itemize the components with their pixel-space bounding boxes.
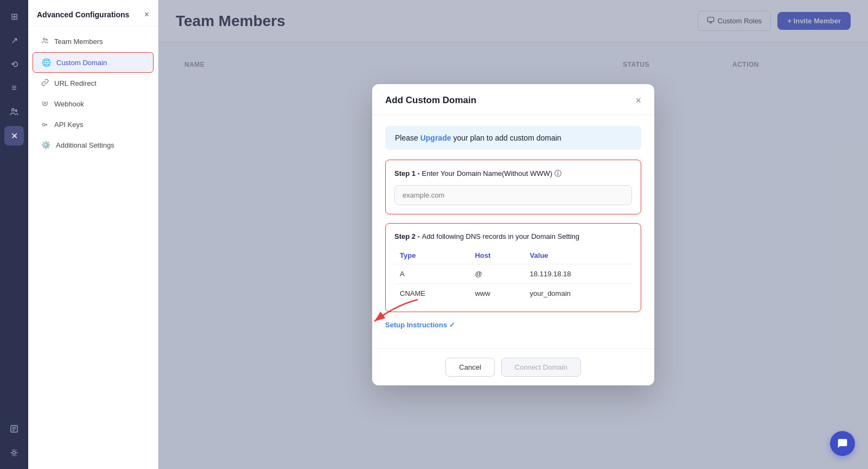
analytics-icon[interactable]: ↗ <box>4 30 24 50</box>
icon-rail: ⊞ ↗ ⟲ ≡ ✕ <box>0 0 28 469</box>
step1-bold: Step 1 - <box>394 169 422 178</box>
domain-input[interactable] <box>394 185 632 205</box>
url-redirect-icon <box>41 79 49 88</box>
modal-footer: Cancel Connect Domain <box>372 348 654 385</box>
dns-row-cname: CNAME www your_domain <box>394 283 632 303</box>
step2-bold: Step 2 - <box>394 232 422 240</box>
api-keys-label: API Keys <box>54 121 83 129</box>
dns-row-a-type: A <box>394 264 469 283</box>
modal: Add Custom Domain × Please Upgrade your … <box>372 84 654 385</box>
custom-domain-label: Custom Domain <box>56 59 107 67</box>
chat-button[interactable] <box>830 431 855 456</box>
modal-title: Add Custom Domain <box>385 95 476 106</box>
dns-table: Type Host Value A @ 18.119.18.18 <box>394 247 632 303</box>
svg-point-1 <box>15 110 17 111</box>
additional-settings-label: Additional Settings <box>56 141 114 149</box>
svg-point-7 <box>43 38 46 40</box>
team-members-label: Team Members <box>54 37 103 46</box>
upgrade-prefix: Please <box>395 134 420 142</box>
modal-close-button[interactable]: × <box>635 96 641 105</box>
dns-row-a-host: @ <box>469 264 524 283</box>
dns-col-value: Value <box>525 247 632 264</box>
sidebar-nav: Team Members 🌐 Custom Domain URL Redirec… <box>28 27 158 469</box>
modal-body: Please Upgrade your plan to add custom d… <box>372 115 654 348</box>
setup-check-icon: ✓ <box>449 321 455 329</box>
connect-domain-button: Connect Domain <box>501 358 581 377</box>
step1-text: Enter Your Domain Name(Without WWW) ⓘ <box>422 169 561 178</box>
svg-point-6 <box>12 451 15 454</box>
team-members-icon <box>41 37 49 46</box>
sidebar-item-team-members[interactable]: Team Members <box>33 31 154 52</box>
dns-row-cname-host: www <box>469 283 524 303</box>
svg-point-9 <box>44 102 46 104</box>
step1-box: Step 1 - Enter Your Domain Name(Without … <box>385 160 641 214</box>
upgrade-link[interactable]: Upgrade <box>420 134 451 142</box>
tools-icon[interactable]: ✕ <box>4 126 24 145</box>
step1-label: Step 1 - Enter Your Domain Name(Without … <box>394 169 632 179</box>
cancel-button[interactable]: Cancel <box>445 358 494 377</box>
dns-row-cname-value: your_domain <box>525 283 632 303</box>
main-content: Team Members Custom Roles + Invite Membe… <box>158 0 868 469</box>
modal-overlay: Add Custom Domain × Please Upgrade your … <box>158 0 868 469</box>
sidebar-title: Advanced Configurations <box>37 10 129 19</box>
svg-point-0 <box>12 109 15 111</box>
sidebar-item-custom-domain[interactable]: 🌐 Custom Domain <box>33 52 154 73</box>
custom-domain-icon: 🌐 <box>42 58 51 67</box>
sidebar: Advanced Configurations × Team Members 🌐… <box>28 0 158 469</box>
sidebar-item-additional-settings[interactable]: ⚙️ Additional Settings <box>33 135 154 155</box>
svg-point-8 <box>46 39 47 40</box>
sidebar-close-button[interactable]: × <box>144 10 149 20</box>
dns-row-a-value: 18.119.18.18 <box>525 264 632 283</box>
dns-col-type: Type <box>394 247 469 264</box>
upgrade-suffix: your plan to add custom domain <box>451 134 561 142</box>
sidebar-item-webhook[interactable]: Webhook <box>33 94 154 114</box>
grid-icon[interactable]: ⊞ <box>4 7 24 26</box>
webhook-label: Webhook <box>54 100 84 108</box>
modal-header: Add Custom Domain × <box>372 84 654 115</box>
sidebar-item-url-redirect[interactable]: URL Redirect <box>33 73 154 93</box>
dns-col-host: Host <box>469 247 524 264</box>
team-icon[interactable] <box>4 102 24 122</box>
list-icon[interactable]: ≡ <box>4 78 24 98</box>
sidebar-header: Advanced Configurations × <box>28 0 158 27</box>
notes-icon[interactable] <box>4 419 24 439</box>
webhook-icon <box>41 99 49 109</box>
additional-settings-icon: ⚙️ <box>41 141 50 149</box>
sidebar-item-api-keys[interactable]: API Keys <box>33 115 154 135</box>
plugin-icon[interactable] <box>4 443 24 462</box>
dns-row-a: A @ 18.119.18.18 <box>394 264 632 283</box>
step2-label: Step 2 - Add following DNS records in yo… <box>394 232 632 240</box>
refresh-icon[interactable]: ⟲ <box>4 54 24 74</box>
arrow-annotation <box>363 294 429 327</box>
svg-point-10 <box>42 123 45 126</box>
upgrade-banner: Please Upgrade your plan to add custom d… <box>385 126 641 150</box>
url-redirect-label: URL Redirect <box>54 79 97 87</box>
step2-text: Add following DNS records in your Domain… <box>422 232 579 240</box>
api-keys-icon <box>41 120 49 129</box>
